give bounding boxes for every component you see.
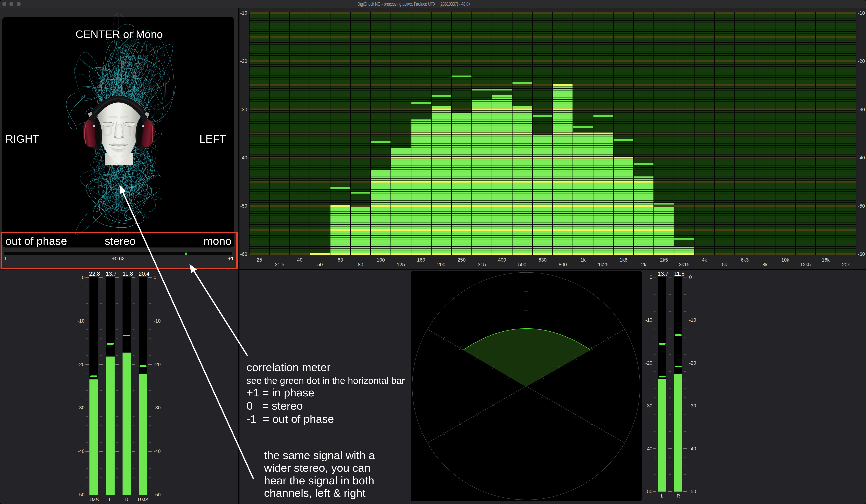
svg-text:200: 200 (437, 262, 445, 267)
svg-text:-20: -20 (689, 360, 696, 366)
svg-text:-50: -50 (645, 489, 652, 494)
svg-text:-40: -40 (78, 449, 85, 454)
svg-text:RMS: RMS (88, 497, 99, 502)
svg-text:8k: 8k (763, 262, 768, 267)
svg-text:-30: -30 (689, 403, 696, 409)
svg-text:4k: 4k (702, 257, 707, 263)
svg-text:160: 160 (417, 257, 425, 263)
svg-text:400: 400 (498, 257, 506, 263)
svg-text:-60: -60 (240, 251, 247, 257)
svg-text:-40: -40 (858, 155, 865, 160)
svg-text:3k15: 3k15 (679, 262, 690, 267)
svg-text:-11.8: -11.8 (672, 271, 685, 277)
svg-text:-20: -20 (858, 58, 865, 64)
svg-text:5k: 5k (722, 262, 727, 267)
svg-text:6k3: 6k3 (741, 257, 749, 263)
svg-text:-50: -50 (78, 492, 85, 497)
svg-text:-20: -20 (154, 362, 161, 367)
svg-text:-50: -50 (154, 492, 161, 497)
svg-text:-30: -30 (78, 405, 85, 411)
svg-text:315: 315 (478, 262, 486, 267)
svg-text:16k: 16k (822, 257, 830, 263)
svg-text:-13.7: -13.7 (104, 271, 117, 277)
svg-text:-10: -10 (154, 318, 161, 324)
svg-text:-10: -10 (78, 318, 85, 324)
svg-text:-10: -10 (240, 10, 247, 16)
svg-text:100: 100 (377, 257, 385, 263)
svg-text:12k5: 12k5 (800, 262, 811, 267)
svg-text:0: 0 (154, 275, 156, 280)
svg-text:2k: 2k (641, 262, 646, 267)
svg-text:-50: -50 (240, 203, 247, 209)
svg-text:-22.8: -22.8 (87, 271, 100, 277)
svg-text:-30: -30 (645, 403, 652, 409)
svg-text:80: 80 (358, 262, 363, 267)
svg-text:-20.4: -20.4 (137, 271, 149, 277)
svg-text:R: R (125, 497, 129, 502)
svg-text:63: 63 (337, 257, 343, 263)
svg-text:40: 40 (297, 257, 302, 263)
svg-text:L: L (661, 493, 663, 499)
svg-text:0: 0 (689, 275, 692, 280)
svg-text:L: L (109, 497, 111, 502)
svg-text:10k: 10k (781, 257, 789, 263)
svg-text:-40: -40 (645, 446, 652, 451)
svg-text:0: 0 (82, 275, 85, 280)
svg-text:RMS: RMS (138, 497, 148, 502)
svg-text:0: 0 (650, 275, 652, 280)
svg-text:125: 125 (397, 262, 405, 267)
svg-text:1k: 1k (580, 257, 586, 263)
svg-text:R: R (677, 493, 680, 499)
svg-text:-30: -30 (240, 107, 247, 112)
svg-text:50: 50 (317, 262, 323, 267)
svg-text:-40: -40 (240, 155, 247, 160)
svg-text:-10: -10 (645, 317, 652, 323)
svg-text:1k25: 1k25 (598, 262, 609, 267)
svg-text:31.5: 31.5 (275, 262, 285, 267)
svg-text:-11.8: -11.8 (121, 271, 133, 277)
svg-text:1k6: 1k6 (620, 257, 628, 263)
svg-text:-20: -20 (645, 360, 652, 366)
svg-text:-50: -50 (689, 489, 696, 494)
svg-text:500: 500 (518, 262, 526, 267)
svg-text:-30: -30 (858, 107, 865, 112)
svg-text:-20: -20 (78, 362, 85, 367)
svg-text:-20: -20 (240, 58, 247, 64)
svg-text:250: 250 (457, 257, 466, 263)
svg-text:2k5: 2k5 (660, 257, 668, 263)
svg-text:630: 630 (539, 257, 546, 263)
svg-text:-40: -40 (154, 449, 161, 454)
svg-text:-50: -50 (858, 203, 865, 209)
svg-text:-60: -60 (858, 251, 865, 257)
svg-text:-13.7: -13.7 (656, 271, 669, 277)
svg-text:800: 800 (558, 262, 567, 267)
svg-text:20k: 20k (842, 262, 850, 267)
svg-text:-30: -30 (154, 405, 161, 411)
svg-text:-10: -10 (689, 317, 696, 323)
svg-text:-40: -40 (689, 446, 696, 451)
svg-text:25: 25 (257, 257, 262, 263)
svg-text:-10: -10 (858, 10, 865, 16)
